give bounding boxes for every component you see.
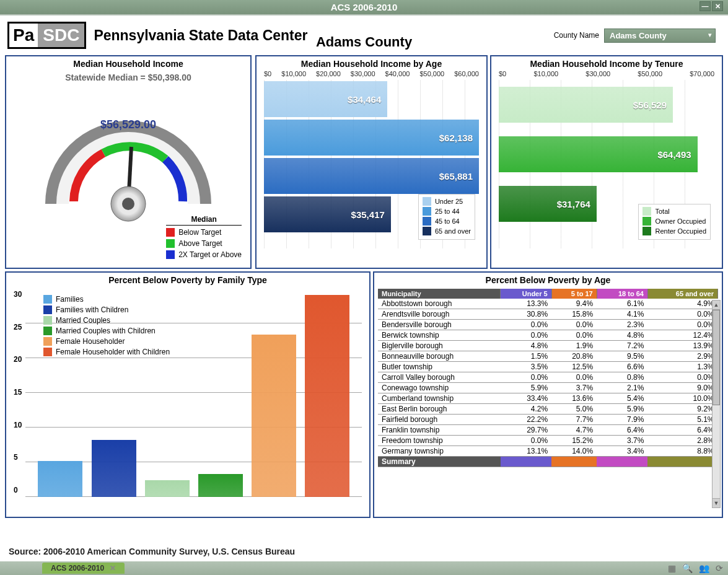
table-row[interactable]: Freedom township0.0%15.2%3.7%2.8% [378,436,718,446]
table-row[interactable]: Bendersville borough0.0%0.0%2.3%0.0% [378,320,718,330]
header: Pa SDC Pennsylvania State Data Center Ad… [0,14,728,53]
table-row[interactable]: Fairfield borough22.2%7.7%7.9%5.1% [378,415,718,425]
gauge-value: $56,529.00 [6,118,250,131]
swatch-icon [423,217,431,226]
age-plot: $34,464$62,138$65,881$35,417 Under 2525 … [257,80,486,248]
table-title: Percent Below Poverty by Age [374,273,722,286]
axis-tick: $50,000 [638,70,662,77]
table-cell: 8.8% [647,446,717,457]
legend-label: Renter Occupied [655,227,706,235]
age-bar: $34,464 [264,81,387,117]
table-cell: East Berlin borough [378,404,501,415]
table-header[interactable]: 18 to 64 [597,289,647,299]
family-bar: 2.4% [145,480,190,497]
tab-close-icon[interactable]: ✕ [110,564,116,573]
minimize-button[interactable]: — [699,1,711,11]
scroll-down-icon[interactable]: ▼ [713,498,720,507]
table-cell: 30.8% [501,309,551,320]
table-header[interactable]: 5 to 17 [551,289,597,299]
table-row[interactable]: Conewago township5.9%3.7%2.1%9.0% [378,383,718,393]
tenure-bar-row: $56,529 [499,80,714,129]
logo: Pa SDC [7,22,86,49]
users-icon[interactable]: 👥 [699,563,709,573]
table-cell: 4.9% [647,299,717,309]
axis-tick: $50,000 [419,70,444,77]
table-row[interactable]: Bonneauville borough1.5%20.8%9.5%2.9% [378,351,718,362]
swatch-icon [43,327,52,335]
table-cell: 13.3% [501,299,551,309]
table-cell: 5.4% [597,393,647,404]
legend-item: Total [642,207,706,216]
status-tab[interactable]: ACS 2006-2010 ✕ [42,563,125,574]
table-cell: 0.0% [501,436,551,446]
table-cell: 5.0% [551,404,597,415]
poverty-table: MunicipalityUnder 55 to 1718 to 6465 and… [378,289,718,467]
summary-row[interactable]: Summary [378,457,718,467]
table-cell: Carroll Valley borough [378,372,501,383]
table-cell: 13.9% [647,341,717,351]
table-cell: 2.8% [647,436,717,446]
table-row[interactable]: Germany township13.1%14.0%3.4%8.8% [378,446,718,457]
tenure-bar: $31,764 [499,186,597,222]
tenure-plot: $56,529$64,493$31,764 TotalOwner Occupie… [491,80,722,248]
age-bar: $65,881 [264,158,479,194]
table-scrollbar[interactable]: ▲ ▼ [712,300,721,508]
grid-icon[interactable]: ▦ [668,563,676,573]
legend-label: Married Couples with Children [56,327,156,335]
table-row[interactable]: East Berlin borough4.2%5.0%5.9%9.2% [378,404,718,415]
table-cell: 4.8% [597,330,647,341]
table-cell: 2.9% [647,351,717,362]
scroll-up-icon[interactable]: ▲ [713,301,720,310]
logo-pa: Pa [9,25,38,45]
table-header[interactable]: Under 5 [501,289,551,299]
tenure-legend: TotalOwner OccupiedRenter Occupied [638,204,711,240]
legend-label: Under 25 [435,198,463,205]
county-label: County Name [554,31,599,40]
legend-item: Renter Occupied [642,227,706,235]
table-cell: 14.0% [551,446,597,457]
axis-tick: $0 [264,70,271,77]
axis-tick: 5 [14,453,22,462]
swatch-icon [43,295,52,304]
family-bar: 5.2% [38,461,82,497]
close-button[interactable]: ✕ [712,1,723,11]
poverty-by-family-panel: Percent Below Poverty by Family Type 051… [5,271,371,518]
bar-label: 8.3% [92,426,136,437]
table-cell: 1.3% [647,362,717,372]
scroll-thumb[interactable] [713,310,720,405]
age-bar-row: $34,464 [264,80,479,118]
table-header[interactable]: Municipality [378,289,501,299]
county-dropdown[interactable]: Adams County [604,29,716,43]
table-header[interactable]: 65 and over [647,289,717,299]
refresh-icon[interactable]: ⟳ [716,563,723,573]
search-icon[interactable]: 🔍 [682,563,693,573]
gauge-legend-title: Median [166,215,242,226]
swatch-icon [166,228,175,237]
table-row[interactable]: Franklin township29.7%4.7%6.4%6.4% [378,425,718,436]
family-yaxis: 051015202530 [14,290,22,497]
table-cell: 6.1% [597,299,647,309]
table-cell: 3.4% [597,446,647,457]
family-legend: FamiliesFamilies with ChildrenMarried Co… [43,295,170,358]
statusbar: ACS 2006-2010 ✕ ▦ 🔍 👥 ⟳ [0,561,728,575]
table-row[interactable]: Butler township3.5%12.5%6.6%1.3% [378,362,718,372]
gauge-subtitle: Statewide Median = $50,398.00 [6,72,250,82]
table-row[interactable]: Cumberland township33.4%13.6%5.4%10.0% [378,393,718,404]
table-row[interactable]: Arendtsville borough30.8%15.8%4.1%0.0% [378,309,718,320]
table-row[interactable]: Abbottstown borough13.3%9.4%6.1%4.9% [378,299,718,309]
swatch-icon [423,207,431,216]
table-cell: 9.2% [647,404,717,415]
table-cell: Freedom township [378,436,501,446]
table-cell: 33.4% [501,393,551,404]
bar-label: 2.4% [145,467,190,477]
table-cell: 15.2% [551,436,597,446]
table-cell: Germany township [378,446,501,457]
table-cell: 6.4% [647,425,717,436]
table-cell: 10.0% [647,393,717,404]
table-row[interactable]: Berwick township0.0%0.0%4.8%12.4% [378,330,718,341]
table-row[interactable]: Carroll Valley borough0.0%0.0%0.8%0.0% [378,372,718,383]
legend-item: Owner Occupied [642,217,706,226]
swatch-icon [43,316,52,325]
legend-item: 65 and over [423,227,471,235]
table-row[interactable]: Biglerville borough4.8%1.9%7.2%13.9% [378,341,718,351]
